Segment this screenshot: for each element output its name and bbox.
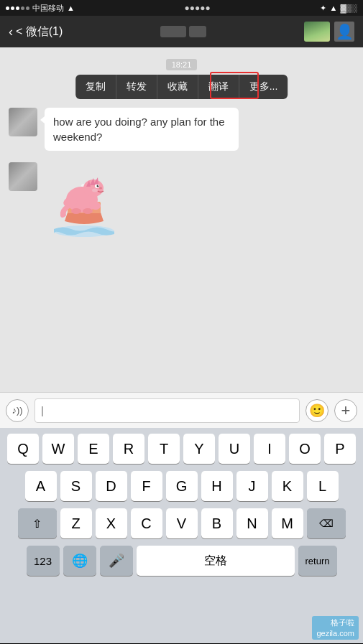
carrier-label: 中国移动 [32, 3, 64, 14]
key-N[interactable]: N [236, 508, 268, 538]
sender-avatar [9, 108, 37, 136]
voice-button[interactable]: ♪)) [6, 399, 29, 422]
svg-point-13 [92, 189, 98, 192]
key-numbers[interactable]: 123 [27, 546, 60, 576]
globe-icon: 🌐 [72, 553, 88, 569]
dot-5 [26, 6, 29, 10]
key-Z[interactable]: Z [60, 508, 92, 538]
dot-4 [21, 6, 24, 10]
nav-bar: ‹ < 微信(1) 👤 [0, 16, 363, 47]
status-left: 中国移动 ▲ [6, 3, 75, 14]
keyboard-row-4: 123 🌐 🎤 空格 return [3, 546, 360, 576]
menu-translate[interactable]: 翻译 [198, 75, 239, 99]
context-menu: 复制 转发 收藏 翻译 更多... [75, 75, 288, 99]
emoji-icon: 🙂 [309, 403, 325, 419]
key-B[interactable]: B [201, 508, 233, 538]
status-bar: 中国移动 ▲ ●●●●● ✦ ▲ ▓▒░ [0, 0, 363, 16]
nav-photo-inner [304, 22, 330, 42]
key-W[interactable]: W [42, 434, 74, 464]
key-S[interactable]: S [60, 471, 92, 501]
key-I[interactable]: I [254, 434, 285, 464]
key-V[interactable]: V [166, 508, 198, 538]
signal-dots [6, 6, 29, 10]
keyboard-row-3: ⇧ Z X C V B N M ⌫ [3, 508, 360, 538]
key-delete[interactable]: ⌫ [307, 508, 346, 538]
menu-forward[interactable]: 转发 [116, 75, 157, 99]
key-A[interactable]: A [25, 471, 57, 501]
key-D[interactable]: D [96, 471, 127, 501]
key-T[interactable]: T [148, 434, 180, 464]
keyboard: Q W E R T Y U I O P A S D F G H J K L ⇧ … [0, 428, 363, 643]
key-shift[interactable]: ⇧ [18, 508, 57, 538]
nav-pill-2 [189, 26, 206, 37]
key-H[interactable]: H [201, 471, 233, 501]
delete-icon: ⌫ [319, 518, 334, 529]
watermark-line2: gezila.com [316, 628, 354, 638]
key-C[interactable]: C [131, 508, 162, 538]
timestamp: 18:21 [0, 57, 363, 70]
watermark-line1: 格子啦 [331, 617, 354, 627]
key-R[interactable]: R [113, 434, 144, 464]
bluetooth-icon: ✦ [320, 4, 326, 13]
status-right: ✦ ▲ ▓▒░ [320, 4, 357, 13]
plus-icon: + [341, 401, 351, 420]
svg-point-20 [71, 208, 81, 214]
nav-photo [304, 22, 330, 42]
dot-1 [6, 6, 9, 10]
message-text: how are you doing? any plan for the week… [53, 116, 225, 143]
key-E[interactable]: E [78, 434, 109, 464]
svg-point-21 [83, 208, 93, 214]
key-globe[interactable]: 🌐 [63, 546, 96, 576]
text-input[interactable] [35, 398, 300, 423]
key-U[interactable]: U [219, 434, 250, 464]
nav-pills [63, 26, 304, 37]
menu-favorite[interactable]: 收藏 [157, 75, 198, 99]
key-K[interactable]: K [272, 471, 303, 501]
key-Q[interactable]: Q [7, 434, 39, 464]
back-label: < 微信(1) [16, 24, 63, 39]
menu-copy[interactable]: 复制 [75, 75, 116, 99]
sticker-image [45, 162, 124, 241]
emoji-button[interactable]: 🙂 [305, 399, 328, 422]
key-G[interactable]: G [166, 471, 198, 501]
dino-svg [45, 162, 124, 241]
key-M[interactable]: M [272, 508, 303, 538]
menu-more[interactable]: 更多... [239, 75, 288, 99]
key-space[interactable]: 空格 [137, 546, 295, 576]
key-return[interactable]: return [298, 546, 337, 576]
voice-icon: ♪)) [12, 405, 22, 416]
shift-icon: ⇧ [32, 517, 42, 531]
nav-title [63, 26, 304, 37]
key-J[interactable]: J [236, 471, 268, 501]
nav-avatar[interactable]: 👤 [334, 22, 354, 42]
svg-point-12 [98, 185, 98, 186]
wifi-icon: ▲ [67, 4, 75, 12]
key-F[interactable]: F [131, 471, 162, 501]
more-button[interactable]: + [334, 399, 357, 422]
dot-2 [11, 6, 14, 10]
key-X[interactable]: X [96, 508, 127, 538]
person-icon: 👤 [334, 22, 354, 42]
key-P[interactable]: P [324, 434, 356, 464]
status-center: ●●●●● [185, 3, 211, 13]
mic-icon: 🎤 [109, 553, 124, 569]
message-bubble[interactable]: how are you doing? any plan for the week… [45, 108, 239, 151]
keyboard-row-1: Q W E R T Y U I O P [3, 434, 360, 464]
nav-pill-1 [160, 26, 186, 37]
back-button[interactable]: ‹ < 微信(1) [9, 24, 63, 39]
nav-right-group: 👤 [304, 22, 354, 42]
chat-area: 18:21 复制 转发 收藏 翻译 更多... how are you doin… [0, 47, 363, 392]
dot-3 [16, 6, 19, 10]
avatar-image [9, 108, 37, 136]
key-Y[interactable]: Y [183, 434, 215, 464]
key-mic[interactable]: 🎤 [100, 546, 133, 576]
key-O[interactable]: O [289, 434, 321, 464]
key-L[interactable]: L [307, 471, 339, 501]
timestamp-label: 18:21 [166, 59, 198, 70]
keyboard-row-2: A S D F G H J K L [3, 471, 360, 501]
battery-icon: ▓▒░ [340, 4, 357, 12]
sticker-sender-avatar [9, 162, 37, 191]
watermark: 格子啦 gezila.com [312, 616, 359, 640]
input-bar: ♪)) 🙂 + [0, 392, 363, 428]
svg-point-11 [97, 185, 99, 187]
